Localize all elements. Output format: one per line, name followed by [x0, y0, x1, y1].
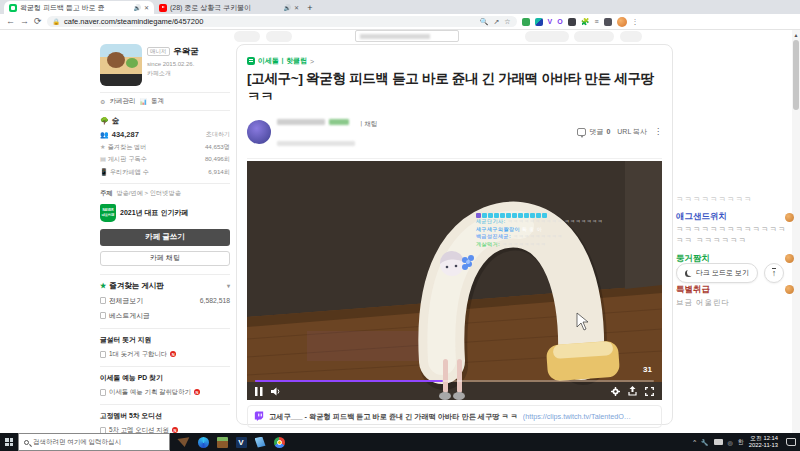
browser-profile-avatar[interactable]: [617, 17, 627, 27]
extension-icon[interactable]: V: [548, 18, 553, 25]
cafe-intro-link[interactable]: 카페소개: [147, 69, 199, 78]
tab-audio-icon[interactable]: 🔊: [133, 4, 141, 11]
menu-label: 전체글보기: [109, 296, 143, 306]
keyboard-icon[interactable]: [714, 439, 723, 445]
breadcrumb[interactable]: 이세돌ㅣ핫클립 >: [247, 56, 662, 66]
up-arrow-icon: ↑: [772, 268, 777, 278]
url-copy-button[interactable]: URL 복사: [617, 127, 647, 137]
chart-icon: 📊: [139, 98, 147, 105]
clip-link-row[interactable]: 고세구___ - 왁굳형 피드백 듣고 바로 쥰내 긴 가래떡 아바타 만든 세…: [247, 405, 662, 428]
document-icon: [100, 297, 106, 304]
settings-gear-icon[interactable]: [611, 387, 620, 396]
extensions-puzzle-icon[interactable]: 🧩: [581, 18, 590, 25]
cut-off-button[interactable]: [620, 31, 642, 42]
taskbar-clock[interactable]: 오전 12:14 2022-11-13: [749, 435, 778, 449]
zoom-page-icon[interactable]: 🔍: [480, 18, 489, 25]
blurred-post-date: [277, 141, 355, 146]
cafe-stats-link[interactable]: 통계: [151, 97, 164, 106]
tray-expand-icon[interactable]: ^: [693, 439, 696, 445]
share-icon[interactable]: [628, 386, 637, 396]
cafe-write-button[interactable]: 카페 글쓰기: [100, 229, 230, 246]
scroll-to-top-button[interactable]: ↑: [764, 263, 784, 283]
fullscreen-icon[interactable]: [645, 387, 654, 396]
chevron-down-icon[interactable]: ▾: [227, 282, 230, 289]
video-scene: [247, 161, 662, 400]
comments-button[interactable]: 댓글 0: [577, 127, 610, 137]
scrollbar-thumb[interactable]: [793, 40, 799, 110]
sidebar-section-header[interactable]: 고정멤버 5차 오디션: [100, 404, 230, 421]
more-options-icon[interactable]: ⋮: [654, 127, 662, 136]
share-icon[interactable]: ↗: [493, 18, 499, 25]
cut-off-dropdown[interactable]: [355, 30, 459, 42]
sidebar-section-header[interactable]: 이세돌 예능 PD 찾기: [100, 366, 230, 383]
tab-cafe[interactable]: 왁굳형 피드백 듣고 바로 쥰 🔊 ✕: [4, 1, 154, 14]
start-button[interactable]: [0, 438, 18, 446]
chat-overlay-panel: ㅋㅋㅋㅋㅋㅋㅋㅋㅋ 애그샌드위치 ㅋㅋㅋㅋㅋㅋㅋㅋㅋㅋㅋㅋㅋㅋㅋ ㅋㅋㅋㅋㅋㅋ …: [676, 195, 794, 309]
taskbar-app-eagle[interactable]: [178, 436, 190, 448]
tab-audio-icon[interactable]: 🔊: [283, 4, 291, 11]
reading-list-icon[interactable]: ≡: [594, 18, 598, 25]
divider: [247, 158, 662, 159]
taskbar-app-blue[interactable]: [254, 436, 266, 448]
chat-username: 세균단기사:: [476, 218, 506, 224]
chat-link[interactable]: ㅣ채팅: [358, 120, 378, 127]
award-text: 2021년 대표 인기카페: [120, 208, 188, 218]
topic-value[interactable]: 방송/연예 > 인터넷방송: [116, 189, 180, 198]
ime-icon[interactable]: 한: [738, 438, 744, 447]
extension-icon[interactable]: O: [557, 18, 562, 25]
cut-off-button[interactable]: [574, 31, 614, 42]
dark-mode-button[interactable]: 다크 모드로 보기: [676, 263, 758, 283]
taskbar-search-box[interactable]: 검색하려면 여기에 입력하십시: [18, 433, 170, 451]
gear-icon: ⚙: [100, 98, 105, 105]
reload-icon[interactable]: ⟳: [34, 17, 42, 26]
pause-button[interactable]: [255, 387, 263, 396]
extension-icon[interactable]: [535, 18, 543, 26]
extension-icon[interactable]: [522, 18, 530, 26]
browser-menu-icon[interactable]: ⋮: [632, 18, 639, 25]
stat-label: 우리카페앱 수: [110, 168, 149, 177]
taskbar-app-minecraft[interactable]: [216, 436, 228, 448]
tab-close-icon[interactable]: ✕: [144, 4, 149, 11]
sidebar-item-all-posts[interactable]: 전체글보기 6,582,518: [100, 296, 230, 306]
chat-username: 백금성진세균:: [476, 233, 511, 239]
windows-taskbar: 검색하려면 여기에 입력하십시 V ^ 🔧 ◎ 한 오전 12:14 2022-…: [0, 433, 800, 451]
tab-youtube[interactable]: (28) 종로 상황극 쿠키볼이 🔊 ✕: [154, 1, 304, 14]
invite-link[interactable]: 초대하기: [206, 130, 230, 139]
twitch-clip-player[interactable]: 세균단기사: ㅋㅋㅋㅋㅋㅋㅋㅋㅋㅋ ㅋㅋㅋㅋㅋㅋㅋ 세구세구의짤장이 확 좋 아…: [247, 161, 662, 400]
members-icon: 👥: [100, 131, 109, 139]
manager-name[interactable]: 우왁굳: [173, 46, 199, 56]
clip-url-link[interactable]: (https://clips.twitch.tv/TalentedO…: [523, 412, 631, 421]
chat-message-block: 특별취급 브금 어울린다: [676, 284, 794, 309]
cafe-manage-link[interactable]: 카페관리: [109, 97, 135, 106]
action-center-icon[interactable]: [786, 438, 796, 446]
bookmark-star-icon[interactable]: ☆: [504, 18, 510, 25]
tray-icon[interactable]: 🔧: [701, 439, 709, 446]
scrollbar-up-arrow[interactable]: ▲: [792, 30, 800, 38]
favorite-boards-header[interactable]: 즐겨찾는 게시판: [109, 281, 164, 291]
sidebar-section-header[interactable]: 글설터 돗거 지원: [100, 328, 230, 345]
back-icon[interactable]: ←: [6, 17, 15, 26]
author-avatar[interactable]: [247, 120, 271, 144]
stat-value: 44,653명: [205, 143, 230, 152]
extension-icon[interactable]: [604, 18, 612, 26]
extension-icon[interactable]: [568, 18, 576, 26]
sidebar-item[interactable]: 1대 돗거게 구합니다 N: [100, 350, 230, 359]
new-tab-button[interactable]: +: [304, 2, 316, 14]
cut-off-button[interactable]: [525, 31, 569, 42]
cafe-chat-button[interactable]: 카페 채팅: [100, 251, 230, 266]
address-bar[interactable]: 🔒 cafe.naver.com/steamindiegame/6457200 …: [47, 16, 517, 27]
tab-close-icon[interactable]: ✕: [294, 4, 299, 11]
tray-icon[interactable]: ◎: [728, 439, 733, 446]
player-controls: [247, 382, 662, 400]
volume-button[interactable]: [271, 387, 282, 396]
sidebar-item-best-posts[interactable]: 베스트게시글: [100, 311, 230, 321]
youtube-favicon: [159, 4, 167, 12]
forward-icon[interactable]: →: [20, 17, 29, 26]
taskbar-app-chrome[interactable]: [273, 436, 285, 448]
taskbar-app-v[interactable]: V: [235, 436, 247, 448]
sidebar-item[interactable]: 이세돌 예능 기획 갈취당하기 N: [100, 388, 230, 397]
board-name[interactable]: 이세돌ㅣ핫클립: [258, 56, 307, 66]
time-remaining: 31: [643, 365, 652, 374]
chat-message: ㅋㅋㅋㅋㅋㅋㅋㅋ: [502, 241, 546, 247]
taskbar-app-edge[interactable]: [197, 436, 209, 448]
